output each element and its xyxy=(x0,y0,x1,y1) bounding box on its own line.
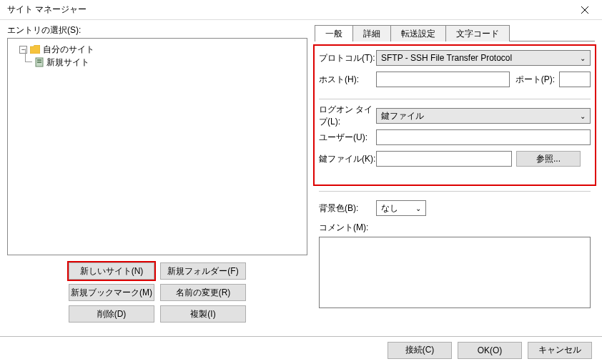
delete-button[interactable]: 削除(D) xyxy=(69,305,154,323)
new-site-button[interactable]: 新しいサイト(N) xyxy=(69,262,154,280)
protocol-label: プロトコル(T): xyxy=(319,52,376,64)
connect-button[interactable]: 接続(C) xyxy=(388,342,452,359)
protocol-value: SFTP - SSH File Transfer Protocol xyxy=(381,53,512,63)
expander-icon[interactable]: − xyxy=(19,46,27,54)
folder-icon xyxy=(30,45,40,54)
logon-type-label: ログオン タイプ(L): xyxy=(319,104,376,128)
chevron-down-icon: ⌄ xyxy=(580,112,586,120)
chevron-down-icon: ⌄ xyxy=(415,205,421,212)
rename-button[interactable]: 名前の変更(R) xyxy=(160,284,246,301)
window-title: サイト マネージャー xyxy=(7,4,87,16)
titlebar: サイト マネージャー xyxy=(0,0,602,20)
tree-root-label: 自分のサイト xyxy=(43,44,94,56)
tree-site-label: 新規サイト xyxy=(46,56,89,69)
new-bookmark-button[interactable]: 新規ブックマーク(M) xyxy=(69,284,154,301)
close-icon xyxy=(581,6,588,14)
bg-color-label: 背景色(B): xyxy=(319,202,376,215)
svg-rect-1 xyxy=(37,59,41,61)
duplicate-button[interactable]: 複製(I) xyxy=(160,305,246,323)
user-input[interactable] xyxy=(376,129,591,145)
tree-root-node[interactable]: − 自分のサイト xyxy=(19,43,302,56)
tab-charset[interactable]: 文字コード xyxy=(445,25,510,41)
tree-site-node[interactable]: 新規サイト xyxy=(35,56,302,69)
svg-rect-2 xyxy=(37,62,41,63)
ok-button[interactable]: OK(O) xyxy=(458,342,522,359)
protocol-select[interactable]: SFTP - SSH File Transfer Protocol ⌄ xyxy=(376,50,591,66)
browse-button[interactable]: 参照... xyxy=(516,151,581,167)
chevron-down-icon: ⌄ xyxy=(580,54,586,62)
dialog-footer: 接続(C) OK(O) キャンセル xyxy=(0,336,602,363)
tab-general[interactable]: 一般 xyxy=(315,25,353,41)
entry-select-label: エントリの選択(S): xyxy=(7,24,307,36)
right-panel: 一般 詳細 転送設定 文字コード プロトコル(T): SFTP - SSH Fi… xyxy=(315,24,595,336)
tab-transfer[interactable]: 転送設定 xyxy=(390,25,446,41)
server-icon xyxy=(35,57,44,67)
entry-tree[interactable]: − 自分のサイト 新規サイト xyxy=(7,38,307,255)
bg-color-value: なし xyxy=(381,202,398,215)
host-label: ホスト(H): xyxy=(319,74,376,86)
bg-color-select[interactable]: なし ⌄ xyxy=(376,200,426,216)
comment-textarea[interactable] xyxy=(319,237,591,308)
general-tab-body: プロトコル(T): SFTP - SSH File Transfer Proto… xyxy=(315,41,595,336)
tab-detail[interactable]: 詳細 xyxy=(352,25,391,41)
host-input[interactable] xyxy=(376,72,510,87)
new-folder-button[interactable]: 新規フォルダー(F) xyxy=(160,262,246,280)
close-button[interactable] xyxy=(569,0,601,20)
keyfile-input[interactable] xyxy=(376,151,512,167)
cancel-button[interactable]: キャンセル xyxy=(528,342,592,359)
port-input[interactable] xyxy=(559,72,591,87)
logon-type-select[interactable]: 鍵ファイル ⌄ xyxy=(376,108,591,124)
port-label: ポート(P): xyxy=(515,74,555,86)
logon-type-value: 鍵ファイル xyxy=(381,110,424,122)
tab-bar: 一般 詳細 転送設定 文字コード xyxy=(315,24,595,41)
comment-label: コメント(M): xyxy=(319,222,591,234)
keyfile-label: 鍵ファイル(K): xyxy=(319,153,376,165)
left-panel: エントリの選択(S): − 自分のサイト 新規サイト 新しいサイト(N) 新規フ… xyxy=(7,24,307,336)
user-label: ユーザー(U): xyxy=(319,132,376,144)
